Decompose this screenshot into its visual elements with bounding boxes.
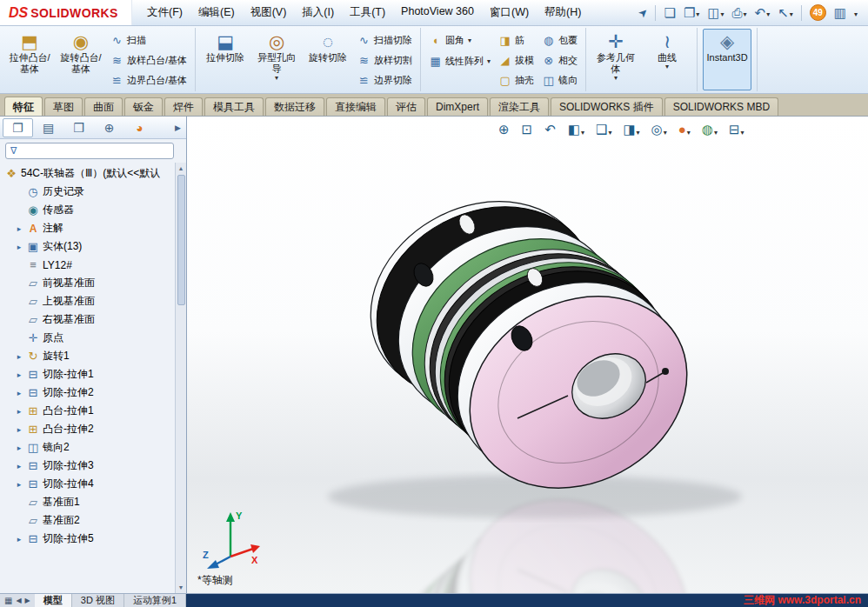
tree-root-part[interactable]: ❖ 54C-联轴器（Ⅲ）(默认<<默认 (3, 164, 174, 183)
tree-item-cut-extrude4[interactable]: ▸ ⊟ 切除-拉伸4 (3, 475, 174, 493)
open-button[interactable]: ❐▾ (684, 5, 699, 21)
section-view-button[interactable]: ◧▾ (566, 122, 586, 137)
tab-sheet-metal[interactable]: 钣金 (124, 97, 163, 116)
tree-item-mirror2[interactable]: ▸ ◫ 镜向2 (3, 438, 174, 457)
scrollbar-thumb[interactable] (177, 175, 185, 305)
menu-photoview360[interactable]: PhotoView 360 (393, 1, 482, 24)
sweep-boss-button[interactable]: ∿ 扫描 (108, 30, 190, 50)
tree-item-cut-extrude5[interactable]: ▸ ⊟ 切除-拉伸5 (3, 530, 174, 548)
tab-sketch[interactable]: 草图 (44, 97, 83, 116)
apply-scene-button[interactable]: ◍▾ (700, 122, 719, 137)
mirror-button[interactable]: ◫ 镜向 (539, 71, 580, 90)
configuration-manager-tab[interactable]: ❒ (63, 118, 94, 137)
tree-item-material[interactable]: ≡ LY12# (3, 256, 174, 274)
new-document-button[interactable]: ❏ (664, 5, 675, 21)
expand-arrow[interactable]: ▸ (15, 444, 23, 452)
property-manager-tab[interactable]: ▤ (33, 118, 63, 137)
tab-surfaces[interactable]: 曲面 (84, 97, 123, 116)
tree-filter-input[interactable] (21, 145, 169, 156)
tree-item-top-plane[interactable]: ▱ 上视基准面 (3, 292, 174, 310)
menu-tools[interactable]: 工具(T) (342, 1, 393, 24)
intersect-button[interactable]: ⊗ 相交 (539, 50, 580, 70)
menu-view[interactable]: 视图(V) (243, 1, 295, 24)
undo-button[interactable]: ↶▾ (755, 5, 771, 21)
tree-item-front-plane[interactable]: ▱ 前视基准面 (3, 274, 174, 292)
select-button[interactable]: ↖▾ (778, 5, 793, 21)
shell-button[interactable]: ▢ 抽壳 (496, 71, 537, 90)
tree-item-annotations[interactable]: ▸ A 注解 (3, 219, 174, 237)
curves-button[interactable]: ≀ 曲线 ▾ (643, 29, 691, 90)
menu-help[interactable]: 帮助(H) (537, 1, 589, 24)
wrap-button[interactable]: ◍ 包覆 (539, 30, 580, 50)
display-style-button[interactable]: ◨▾ (621, 122, 641, 137)
revolve-boss-button[interactable]: ◉ 旋转凸台/基体 (57, 29, 105, 90)
tree-item-sensors[interactable]: ◉ 传感器 (3, 201, 174, 219)
expand-arrow[interactable]: ▸ (15, 352, 23, 361)
tree-item-origin[interactable]: ✛ 原点 (3, 329, 174, 347)
pin-icon[interactable]: ➤ (635, 4, 651, 20)
tab-render-tools[interactable]: 渲染工具 (490, 97, 549, 116)
sweep-cut-button[interactable]: ∿ 扫描切除 (355, 30, 415, 50)
draft-button[interactable]: ◢ 拔模 (496, 50, 537, 70)
extrude-cut-button[interactable]: ⬓ 拉伸切除 (201, 29, 250, 90)
expand-arrow[interactable]: ▸ (15, 370, 23, 379)
menu-file[interactable]: 文件(F) (139, 1, 190, 24)
boundary-cut-button[interactable]: ≌ 边界切除 (355, 71, 415, 90)
tree-item-cut-extrude2[interactable]: ▸ ⊟ 切除-拉伸2 (3, 384, 174, 402)
expand-arrow[interactable]: ▸ (15, 224, 23, 233)
dimxpert-manager-tab[interactable]: ⊕ (94, 118, 124, 137)
notification-badge[interactable]: 49 (810, 4, 826, 21)
loft-cut-button[interactable]: ≋ 放样切割 (355, 50, 415, 70)
viewport-3d[interactable]: ⊕ ⊡ ↶ ◧▾ ❑▾ ◨▾ ◎▾ ●▾ ◍▾ ⊟▾ Y X Z *等轴测 (187, 117, 868, 593)
tab-3d-views[interactable]: 3D 视图 (72, 594, 124, 607)
prev-tab-arrow[interactable]: ◀ (16, 597, 21, 604)
instant3d-toggle[interactable]: ◈ Instant3D (703, 29, 751, 90)
rib-button[interactable]: ◨ 筋 (496, 30, 537, 50)
task-pane-button[interactable]: ▥ (834, 5, 846, 21)
boundary-boss-button[interactable]: ≌ 边界凸台/基体 (108, 71, 190, 90)
extrude-boss-button[interactable]: ⬒ 拉伸凸台/基体 (5, 29, 54, 90)
tree-item-boss-extrude1[interactable]: ▸ ⊞ 凸台-拉伸1 (3, 402, 174, 420)
loft-boss-button[interactable]: ≋ 放样凸台/基体 (108, 50, 190, 70)
tab-direct-editing[interactable]: 直接编辑 (326, 97, 385, 116)
zoom-fit-button[interactable]: ⊕ (497, 122, 512, 137)
tree-filter-box[interactable]: ∇ (5, 143, 174, 159)
expand-arrow[interactable]: ▸ (15, 243, 23, 251)
tab-solidworks-mbd[interactable]: SOLIDWORKS MBD (664, 97, 778, 116)
toolbar-collapse-button[interactable]: ▾ (854, 8, 858, 18)
next-tab-arrow[interactable]: ▶ (25, 597, 30, 604)
reference-geometry-button[interactable]: ✛ 参考几何体 ▾ (591, 29, 640, 90)
tab-list-icon[interactable]: ▦ (4, 596, 12, 605)
scroll-down-arrow[interactable]: ▼ (178, 582, 184, 593)
tab-mold-tools[interactable]: 模具工具 (204, 97, 264, 116)
tab-evaluate[interactable]: 评估 (387, 97, 425, 116)
tab-motion-study1[interactable]: 运动算例1 (124, 594, 186, 607)
expand-arrow[interactable]: ▸ (15, 425, 23, 434)
hole-wizard-button[interactable]: ◎ 异型孔向导 ▾ (252, 29, 301, 90)
tree-item-plane2[interactable]: ▱ 基准面2 (3, 511, 174, 530)
previous-view-button[interactable]: ↶ (543, 122, 558, 137)
tab-weldments[interactable]: 焊件 (164, 97, 203, 116)
expand-arrow[interactable]: ▸ (15, 462, 23, 470)
menu-edit[interactable]: 编辑(E) (190, 1, 243, 24)
tree-item-revolve1[interactable]: ▸ ↻ 旋转1 (3, 347, 174, 365)
save-button[interactable]: ◫▾ (707, 5, 724, 21)
print-button[interactable]: ⎙▾ (732, 5, 747, 21)
tree-item-history[interactable]: ◷ 历史记录 (3, 183, 174, 201)
tree-item-cut-extrude1[interactable]: ▸ ⊟ 切除-拉伸1 (3, 365, 174, 384)
expand-arrow[interactable]: ▸ (15, 480, 23, 489)
feature-manager-tab[interactable]: ❐ (3, 118, 33, 137)
tab-data-migration[interactable]: 数据迁移 (265, 97, 324, 116)
hide-show-items-button[interactable]: ◎▾ (650, 122, 669, 137)
coupling-model-render[interactable] (187, 117, 868, 593)
edit-appearance-button[interactable]: ●▾ (677, 122, 692, 137)
tab-features[interactable]: 特征 (4, 97, 43, 116)
panel-flyout-arrow[interactable]: ▶ (175, 123, 184, 132)
menu-insert[interactable]: 插入(I) (294, 1, 342, 24)
fillet-button[interactable]: ◖ 圆角 ▾ (426, 30, 493, 50)
view-orientation-button[interactable]: ❑▾ (594, 122, 613, 137)
tree-item-boss-extrude2[interactable]: ▸ ⊞ 凸台-拉伸2 (3, 420, 174, 438)
tree-scrollbar[interactable]: ▲ ▼ (175, 163, 186, 593)
tab-model[interactable]: 模型 (35, 594, 72, 607)
menu-window[interactable]: 窗口(W) (482, 1, 537, 24)
